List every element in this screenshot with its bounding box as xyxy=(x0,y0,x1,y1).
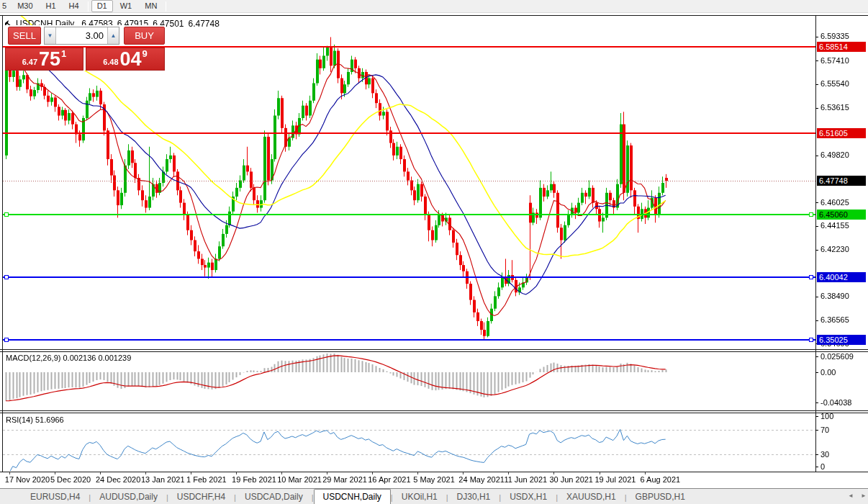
hline-handle-support-green[interactable] xyxy=(4,212,9,217)
timeframe-w1[interactable]: W1 xyxy=(114,0,138,12)
chart-canvas[interactable] xyxy=(0,0,868,504)
date-tick-mark xyxy=(553,472,554,474)
separator-macd-rsi-1[interactable] xyxy=(0,410,868,411)
hline-handle-support-green[interactable] xyxy=(809,212,813,217)
date-label: 13 Jan 2021 xyxy=(141,475,185,484)
separator-macd-rsi-2[interactable] xyxy=(0,413,868,413)
tab-usdchf-h4[interactable]: USDCHF,H4 xyxy=(168,490,234,504)
volume-increase-icon[interactable]: ▲ xyxy=(107,27,119,44)
date-label: 24 Dec 2020 xyxy=(96,475,140,484)
price-tick-mark xyxy=(815,202,818,203)
date-tick-mark xyxy=(463,472,464,474)
price-tick-label: 6.59335 xyxy=(820,32,849,40)
toolbar-separator xyxy=(88,1,89,12)
rsi-tick-mark xyxy=(815,467,818,467)
price-badge-support-green: 6.45060 xyxy=(817,210,866,220)
timeframe-mn[interactable]: MN xyxy=(139,0,163,12)
separator-main-macd-1[interactable] xyxy=(0,349,868,350)
rsi-axis-label: 100 xyxy=(820,412,833,420)
toolbar-separator xyxy=(166,1,166,12)
tab-usdx-h1[interactable]: USDX,H1 xyxy=(501,490,556,504)
macd-tick-mark xyxy=(815,356,818,357)
timeframe-5[interactable]: 5 xyxy=(1,0,10,12)
timeframe-h1[interactable]: H1 xyxy=(40,0,62,12)
buy-price-pip: 9 xyxy=(143,48,148,59)
buy-price-prefix: 6.48 xyxy=(103,58,118,66)
price-tick-mark xyxy=(815,320,818,321)
price-tick-label: 6.46025 xyxy=(820,198,849,207)
date-label: 29 Mar 2021 xyxy=(322,475,367,484)
tabs-scroll-right-icon[interactable]: ► xyxy=(861,492,867,499)
buy-price-box[interactable]: 6.48 04 9 xyxy=(86,48,165,71)
date-label: 16 Apr 2021 xyxy=(368,475,410,484)
price-badge-resistance-upper: 6.58514 xyxy=(817,42,866,52)
tab-usdcnh-daily[interactable]: USDCNH,Daily xyxy=(314,489,391,504)
tab-gbpusd-h1[interactable]: GBPUSD,H1 xyxy=(627,490,694,504)
date-label: 17 Nov 2020 xyxy=(5,475,50,484)
tab-audusd-daily[interactable]: AUDUSD,Daily xyxy=(91,490,166,504)
symbol-tabbar: EURUSD,H4|AUDUSD,Daily|USDCHF,H4|USDCAD,… xyxy=(0,489,868,504)
tab-dj30-h1[interactable]: DJ30,H1 xyxy=(448,490,499,504)
price-tick-mark xyxy=(815,60,818,61)
timeframe-m30[interactable]: M30 xyxy=(12,0,38,12)
hline-handle-support-blue-lower[interactable] xyxy=(4,338,9,342)
tabs-scroll-left-icon[interactable]: ◄ xyxy=(848,492,854,499)
rsi-axis-label: 70 xyxy=(820,426,829,434)
ohlc-close: 6.47748 xyxy=(189,19,220,29)
rsi-name: RSI(14) xyxy=(6,415,33,424)
macd-values: 0.002136 0.001239 xyxy=(63,354,131,362)
date-label: 5 May 2021 xyxy=(413,475,454,484)
price-badge-resistance-mid: 6.51605 xyxy=(817,128,866,138)
timeframe-d1[interactable]: D1 xyxy=(91,0,113,12)
rsi-tick-mark xyxy=(815,430,818,431)
rsi-axis-label: 0 xyxy=(820,462,825,471)
timeframe-h4[interactable]: H4 xyxy=(63,0,85,12)
date-tick-mark xyxy=(191,472,191,474)
date-tick-mark xyxy=(9,472,10,474)
price-tick-mark xyxy=(815,37,818,37)
buy-button[interactable]: BUY xyxy=(124,27,165,45)
date-tick-mark xyxy=(508,472,509,474)
macd-axis-label: -0.04038 xyxy=(820,398,851,407)
volume-input[interactable]: 3.00 xyxy=(56,27,107,44)
price-tick-label: 6.38490 xyxy=(820,292,849,300)
macd-axis-label: 0.025609 xyxy=(820,352,854,361)
separator-main-macd-2[interactable] xyxy=(0,351,868,352)
tab-eurusd-h4[interactable]: EURUSD,H4 xyxy=(22,490,89,504)
price-badge-support-blue-upper: 6.40042 xyxy=(817,272,866,282)
sell-price-box[interactable]: 6.47 75 1 xyxy=(5,48,83,71)
hline-handle-support-blue-upper[interactable] xyxy=(809,275,813,279)
rsi-tick-mark xyxy=(815,416,818,417)
price-tick-mark xyxy=(815,297,818,297)
sell-button[interactable]: SELL xyxy=(8,27,41,45)
chart-frame-left xyxy=(2,15,3,472)
macd-label: MACD(12,26,9) 0.002136 0.001239 xyxy=(6,354,131,362)
date-tick-mark xyxy=(55,472,55,474)
date-label: 19 Feb 2021 xyxy=(232,475,276,484)
hline-resistance-mid[interactable] xyxy=(3,132,815,134)
date-label: 5 Dec 2020 xyxy=(50,475,91,484)
price-tick-label: 6.53615 xyxy=(820,103,849,112)
price-tick-label: 6.44155 xyxy=(820,221,849,230)
hline-handle-support-blue-upper[interactable] xyxy=(4,275,9,279)
volume-decrease-icon[interactable]: ▼ xyxy=(45,27,56,44)
tab-usdcad-daily[interactable]: USDCAD,Daily xyxy=(236,490,312,504)
date-label: 10 Mar 2021 xyxy=(277,475,322,484)
date-tick-mark xyxy=(281,472,282,474)
volume-spinner: ▼ 3.00 ▲ xyxy=(44,27,119,45)
date-tick-mark xyxy=(145,472,146,474)
rsi-tick-mark xyxy=(815,454,818,455)
date-tick-mark xyxy=(327,472,327,474)
tab-xauusd-h1[interactable]: XAUUSD,H1 xyxy=(558,490,625,504)
hline-support-green[interactable] xyxy=(3,214,815,215)
tab-ukoil-h1[interactable]: UKOil,H1 xyxy=(393,490,446,504)
price-tick-label: 6.49820 xyxy=(820,150,849,159)
macd-name: MACD(12,26,9) xyxy=(6,354,60,362)
hline-support-blue-upper[interactable] xyxy=(3,276,815,278)
price-badge-support-blue-lower: 6.35025 xyxy=(817,335,866,345)
hline-resistance-upper[interactable] xyxy=(3,46,815,48)
date-label: 19 Jul 2021 xyxy=(595,475,636,484)
hline-handle-support-blue-lower[interactable] xyxy=(809,338,813,342)
hline-support-blue-lower[interactable] xyxy=(3,339,815,341)
date-tick-mark xyxy=(600,472,600,474)
